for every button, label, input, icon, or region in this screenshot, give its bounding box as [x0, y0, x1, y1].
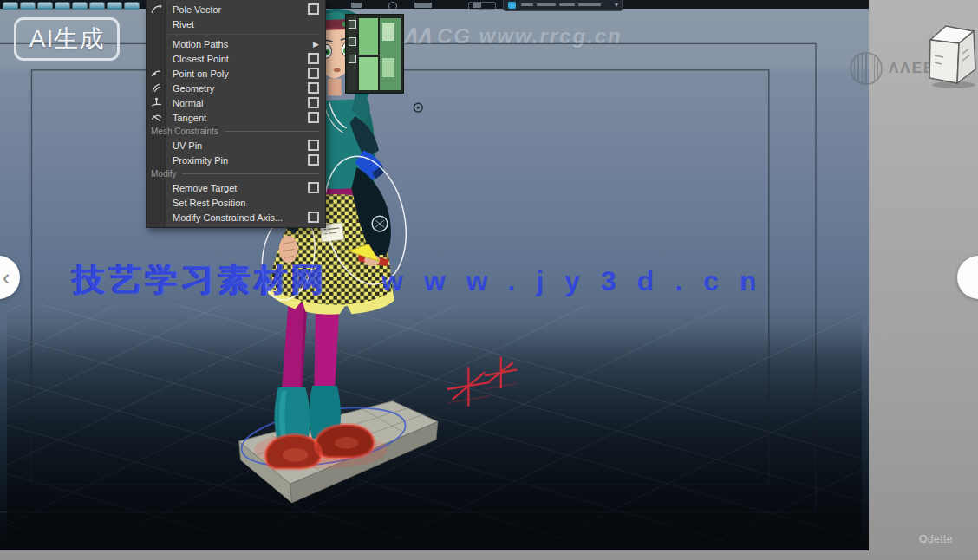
option-box-icon[interactable]	[308, 182, 319, 193]
option-box-icon[interactable]	[308, 53, 319, 64]
menu-item-normal[interactable]: Normal	[147, 95, 325, 110]
thumbnail-detail	[382, 58, 394, 77]
target-point-icon[interactable]	[414, 103, 422, 112]
thumbnail-detail	[382, 23, 394, 41]
menu-item-proximity-pin[interactable]: Proximity Pin	[147, 153, 325, 167]
shelf-icon[interactable]	[124, 2, 140, 10]
menu-header-modify: Modify	[147, 167, 325, 180]
watermark-logo-mark: ∧∧	[401, 20, 428, 49]
prev-arrow-icon: ‹	[3, 266, 10, 289]
menu-header-mesh-constraints: Mesh Constraints	[147, 125, 325, 138]
watermark-top-center: ∧∧CG www.rrcg.cn	[401, 19, 623, 49]
thumb-slot-icon[interactable]	[349, 55, 356, 63]
point-on-poly-icon	[147, 68, 166, 79]
option-box-icon[interactable]	[308, 97, 319, 108]
toolbar-icon[interactable]	[414, 3, 432, 8]
watermark-logo-top-right: ΛΛEB	[850, 52, 936, 85]
pole-vector-icon	[147, 3, 166, 15]
menu-item-motion-paths[interactable]: Motion Paths ▶	[147, 36, 325, 51]
ai-generated-badge: AI生成	[14, 17, 120, 61]
top-toolbar	[0, 0, 869, 9]
video-frame[interactable]: ▾ Pole Vector Rivet Motion Paths ▶ Close…	[0, 0, 869, 550]
option-box-icon[interactable]	[308, 112, 319, 123]
menu-item-modify-constrained-axis[interactable]: Modify Constrained Axis...	[147, 210, 325, 225]
menu-item-tangent[interactable]: Tangent	[147, 110, 325, 125]
menu-item-set-rest-position[interactable]: Set Rest Position	[147, 195, 325, 210]
tab-caret-icon[interactable]: ▾	[615, 0, 618, 10]
shelf-icon[interactable]	[37, 2, 53, 10]
shelf-icon[interactable]	[72, 2, 88, 10]
geometry-icon	[147, 82, 166, 94]
credit-text: Odette	[919, 533, 953, 545]
globe-logo-icon	[850, 52, 883, 85]
menu-item-point-on-poly[interactable]: Point on Poly	[147, 66, 325, 81]
option-box-icon[interactable]	[308, 140, 319, 151]
option-box-icon[interactable]	[308, 212, 319, 223]
submenu-arrow-icon: ▶	[313, 40, 319, 49]
tab-title-glyph	[559, 3, 575, 6]
carousel-next-button[interactable]: ›	[957, 256, 978, 299]
menu-item-rivet[interactable]: Rivet	[147, 16, 325, 31]
green-thumbnail[interactable]	[358, 56, 379, 91]
menu-item-remove-target[interactable]: Remove Target	[147, 180, 325, 195]
menu-item-closest-point[interactable]: Closest Point	[147, 51, 325, 66]
tab-title-glyph	[521, 3, 533, 6]
menu-item-pole-vector[interactable]: Pole Vector	[147, 2, 325, 16]
option-box-icon[interactable]	[308, 68, 319, 79]
menu-item-uv-pin[interactable]: UV Pin	[147, 138, 325, 153]
tangent-icon	[147, 112, 166, 123]
tab-favicon	[508, 2, 516, 9]
cube-3d-icon[interactable]	[928, 19, 978, 94]
tab-title-glyph	[537, 3, 556, 6]
menu-item-geometry[interactable]: Geometry	[147, 81, 325, 95]
option-box-icon[interactable]	[308, 3, 319, 15]
toolbar-frame-icon[interactable]	[468, 2, 496, 10]
texture-thumbnail-panel[interactable]	[345, 14, 404, 94]
thumb-slot-icon[interactable]	[349, 20, 356, 29]
viewport-scene[interactable]	[0, 9, 869, 550]
green-thumbnail[interactable]	[358, 17, 379, 55]
thumb-slot-icon[interactable]	[349, 37, 356, 46]
shelf-icon[interactable]	[107, 2, 122, 10]
toolbar-icon[interactable]	[388, 2, 397, 10]
toolbar-icon[interactable]	[351, 3, 362, 8]
normal-icon	[147, 97, 166, 108]
page: { "overlay": { "ai_badge": "AI生成" }, "ti…	[0, 0, 978, 560]
shelf-icon[interactable]	[55, 2, 70, 10]
shelf-icon[interactable]	[89, 2, 105, 10]
shelf-icon[interactable]	[3, 2, 18, 10]
shelf-icon[interactable]	[20, 2, 36, 10]
constrain-menu[interactable]: Pole Vector Rivet Motion Paths ▶ Closest…	[146, 0, 326, 228]
window-tab[interactable]: ▾	[503, 0, 623, 11]
option-box-icon[interactable]	[308, 82, 319, 94]
option-box-icon[interactable]	[308, 154, 319, 166]
tab-title-glyph	[578, 3, 601, 6]
